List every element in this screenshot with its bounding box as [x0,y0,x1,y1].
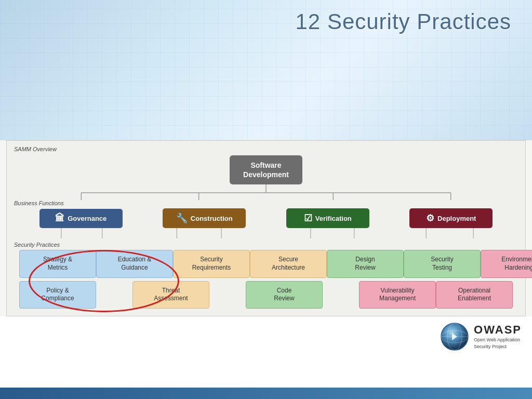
practices-top-row: Strategy &Metrics Education &Guidance Se… [14,250,518,277]
diagram-container: SAMM Overview Software Development Busin… [6,140,526,316]
bottom-area: OWASP Open Web Application Security Proj… [0,316,532,355]
security-requirements-box: SecurityRequirements [173,250,250,277]
verification-icon: ☑ [304,212,312,224]
con-col: SecurityRequirements [173,250,250,277]
ver-col: DesignReview [327,250,404,277]
construction-icon: 🔧 [176,212,188,224]
top-banner: 12 Security Practices [0,0,532,140]
vulnerability-management-box: VulnerabilityManagement [359,281,436,309]
gov-col-b: Policy &Compliance [19,281,96,309]
dep-col2-b: OperationalEnablement [436,281,513,309]
deployment-icon: ⚙ [426,212,434,224]
owasp-name: OWASP [474,323,522,337]
gov-col: Strategy &Metrics [19,250,96,277]
operational-enablement-box: OperationalEnablement [436,281,513,309]
con-col-b: ThreatAssessment [132,281,209,309]
strategy-metrics-box: Strategy &Metrics [19,250,96,277]
policy-compliance-box: Policy &Compliance [19,281,96,309]
owasp-subtitle: Open Web Application Security Project [474,337,522,350]
ver-col2: SecurityTesting [404,250,481,277]
bf-row: 🏛 Governance 🔧 Construction ☑ Verificati… [14,208,518,228]
samm-label: SAMM Overview [14,146,518,152]
sd-container: Software Development [14,155,518,184]
dep-col: EnvironmentHardening [481,250,532,277]
sd-connector-svg [14,184,518,200]
ver-col2-b [323,281,359,309]
practices-bottom-row: Policy &Compliance ThreatAssessment Code… [14,281,518,309]
owasp-text: OWASP Open Web Application Security Proj… [474,323,522,350]
bf-construction: 🔧 Construction [163,208,246,228]
code-review-box: CodeReview [246,281,323,309]
owasp-logo: OWASP Open Web Application Security Proj… [441,323,522,351]
bf-practice-connector-svg [14,228,518,238]
sd-box: Software Development [230,155,302,184]
secure-architecture-box: SecureArchitecture [250,250,327,277]
design-review-box: DesignReview [327,250,404,277]
bf-verification: ☑ Verification [286,208,369,228]
threat-assessment-box: ThreatAssessment [132,281,209,309]
sp-label: Security Practices [14,242,518,248]
bf-label: Business Functions [14,200,518,206]
bf-governance: 🏛 Governance [39,209,123,228]
practices-wrapper: Strategy &Metrics Education &Guidance Se… [14,250,518,308]
bottom-bar [0,388,532,399]
owasp-globe-icon [441,323,469,351]
security-testing-box: SecurityTesting [404,250,481,277]
gov-col2: Education &Guidance [96,250,173,277]
ver-col-b: CodeReview [246,281,323,309]
con-col2: SecureArchitecture [250,250,327,277]
bf-deployment: ⚙ Deployment [409,208,493,228]
education-guidance-box: Education &Guidance [96,250,173,277]
governance-icon: 🏛 [55,213,64,224]
con-col2-b [209,281,246,309]
gov-col2-b [96,281,132,309]
page-title: 12 Security Practices [296,9,512,34]
environment-hardening-box: EnvironmentHardening [481,250,532,277]
dep-col-b: VulnerabilityManagement [359,281,436,309]
